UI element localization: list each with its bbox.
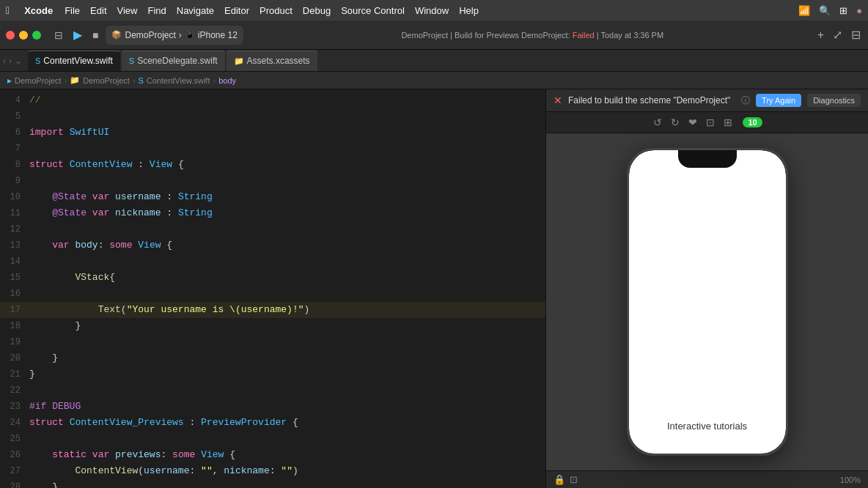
- breadcrumb-sep-3: ›: [213, 76, 216, 85]
- menu-navigate[interactable]: Navigate: [177, 5, 214, 16]
- menu-view[interactable]: View: [117, 5, 138, 16]
- code-line-18: 18 }: [0, 318, 545, 334]
- phone-mockup: Interactive tutorials: [627, 148, 788, 456]
- code-line-23: 23 #if DEBUG: [0, 399, 545, 415]
- control-center-icon: ⊞: [839, 5, 847, 16]
- tab-label-3: Assets.xcassets: [247, 56, 310, 66]
- code-line-17: 17 Text("Your username is \(username)!"): [0, 302, 545, 318]
- menu-editor[interactable]: Editor: [224, 5, 249, 16]
- minimize-button[interactable]: [19, 31, 28, 40]
- preview-lock-button[interactable]: 🔒: [553, 474, 565, 485]
- diagnostics-button[interactable]: Diagnostics: [807, 94, 861, 107]
- menu-items: File Edit View Find Navigate Editor Prod…: [65, 5, 479, 16]
- scheme-selector[interactable]: 📦 DemoProject › 📱 iPhone 12: [106, 26, 243, 45]
- sidebar-toggle-button[interactable]: ⊟: [51, 28, 66, 42]
- build-time-text: | Today at 3:36 PM: [595, 31, 663, 40]
- code-line-22: 22: [0, 382, 545, 399]
- menu-debug[interactable]: Debug: [303, 5, 331, 16]
- code-line-15: 15 VStack{: [0, 270, 545, 286]
- phone-notch: [678, 150, 737, 168]
- breadcrumb-folder[interactable]: DemoProject: [83, 76, 130, 85]
- code-line-13: 13 var body: some View {: [0, 237, 545, 254]
- breadcrumb-folder-icon: 📁: [70, 75, 80, 85]
- tab-contentview-swift[interactable]: S ContentView.swift: [28, 51, 120, 71]
- code-line-4: 4 //: [0, 92, 545, 108]
- search-menubar-icon: 🔍: [819, 5, 831, 16]
- preview-tool-btn-1[interactable]: ↺: [652, 115, 663, 130]
- menu-find[interactable]: Find: [147, 5, 166, 16]
- breadcrumb-sep-2: ›: [133, 76, 136, 85]
- inspector-toggle-button[interactable]: ⊟: [850, 26, 862, 43]
- preview-area: Interactive tutorials: [546, 133, 868, 470]
- tab-label: ContentView.swift: [43, 56, 113, 66]
- code-editor[interactable]: 4 // 5 6 import SwiftUI 7 8 struct Conte…: [0, 89, 545, 488]
- code-line-16: 16: [0, 286, 545, 302]
- preview-toolbar: ↺ ↻ ❤ ⊡ ⊞ 10: [546, 112, 868, 133]
- try-again-button[interactable]: Try Again: [756, 94, 801, 107]
- preview-tool-btn-3[interactable]: ⊡: [705, 115, 716, 130]
- code-line-19: 19: [0, 334, 545, 350]
- code-line-24: 24 struct ContentView_Previews : Preview…: [0, 415, 545, 431]
- breadcrumb: ▸ DemoProject › 📁 DemoProject › S Conten…: [0, 72, 868, 89]
- zoom-level: 100%: [840, 476, 861, 484]
- code-line-20: 20 }: [0, 350, 545, 366]
- scheme-icon: 📦: [111, 30, 122, 40]
- code-line-27: 27 ContentView(username: "", nickname: "…: [0, 463, 545, 479]
- nav-back-button[interactable]: ‹: [3, 56, 6, 66]
- nav-forward-button[interactable]: ›: [9, 56, 12, 66]
- preview-tool-btn-2[interactable]: ↻: [669, 115, 681, 130]
- phone-screen: Interactive tutorials: [629, 150, 786, 454]
- tab-scenedelegate-swift[interactable]: S SceneDelegate.swift: [122, 51, 225, 71]
- code-line-28: 28 }: [0, 479, 545, 488]
- preview-panel: ✕ Failed to build the scheme "DemoProjec…: [545, 89, 868, 488]
- code-line-7: 7: [0, 141, 545, 157]
- code-line-14: 14: [0, 254, 545, 270]
- code-line-5: 5: [0, 108, 545, 125]
- close-button[interactable]: [6, 31, 15, 40]
- breadcrumb-file[interactable]: ContentView.swift: [147, 76, 210, 85]
- info-icon: ⓘ: [741, 95, 750, 107]
- stop-button[interactable]: ■: [89, 28, 101, 42]
- code-line-6: 6 import SwiftUI: [0, 125, 545, 141]
- breadcrumb-symbol[interactable]: body: [218, 76, 236, 85]
- code-line-11: 11 @State var nickname : String: [0, 205, 545, 221]
- chevron-right-icon: ›: [179, 30, 182, 40]
- menu-file[interactable]: File: [65, 5, 80, 16]
- code-line-9: 9: [0, 173, 545, 189]
- code-line-21: 21 }: [0, 366, 545, 382]
- tab-bar: ‹ › ⌄ S ContentView.swift S SceneDelegat…: [0, 50, 868, 72]
- error-text: Failed to build the scheme "DemoProject": [568, 95, 735, 106]
- menu-product[interactable]: Product: [260, 5, 293, 16]
- nav-expand-button[interactable]: ⌄: [15, 56, 22, 66]
- preview-tool-btn-4[interactable]: ⊞: [722, 115, 734, 130]
- menu-help[interactable]: Help: [459, 5, 479, 16]
- toolbar-right: + ⤢ ⊟: [816, 26, 862, 43]
- apple-logo-icon: : [6, 4, 10, 16]
- split-editor-button[interactable]: ⤢: [831, 26, 844, 43]
- preview-badge: 10: [743, 117, 762, 127]
- menu-window[interactable]: Window: [415, 5, 449, 16]
- device-icon: 📱: [185, 30, 195, 40]
- preview-heart-btn[interactable]: ❤: [687, 115, 699, 130]
- add-tab-button[interactable]: +: [816, 27, 825, 43]
- code-line-26: 26 static var previews: some View {: [0, 447, 545, 463]
- wifi-icon: 📶: [798, 5, 810, 16]
- traffic-lights: [6, 31, 41, 40]
- code-line-10: 10 @State var username : String: [0, 189, 545, 205]
- tab-assets-xcassets[interactable]: 📁 Assets.xcassets: [227, 51, 317, 71]
- run-button[interactable]: ▶: [70, 26, 85, 43]
- main-content: 4 // 5 6 import SwiftUI 7 8 struct Conte…: [0, 89, 868, 488]
- breadcrumb-project-icon: ▸: [7, 75, 12, 86]
- preview-bottom-left: 🔒 ⊡: [553, 474, 578, 485]
- menu-source-control[interactable]: Source Control: [341, 5, 405, 16]
- maximize-button[interactable]: [32, 31, 41, 40]
- preview-inspect-button[interactable]: ⊡: [570, 474, 578, 485]
- app-name: Xcode: [24, 5, 53, 16]
- menu-right: 📶 🔍 ⊞ ●: [798, 5, 862, 16]
- build-status: DemoProject | Build for Previews DemoPro…: [254, 31, 812, 40]
- code-lines: 4 // 5 6 import SwiftUI 7 8 struct Conte…: [0, 89, 545, 488]
- breadcrumb-project[interactable]: DemoProject: [15, 76, 62, 85]
- phone-content: Interactive tutorials: [629, 421, 786, 432]
- menu-edit[interactable]: Edit: [90, 5, 106, 16]
- code-line-25: 25: [0, 431, 545, 447]
